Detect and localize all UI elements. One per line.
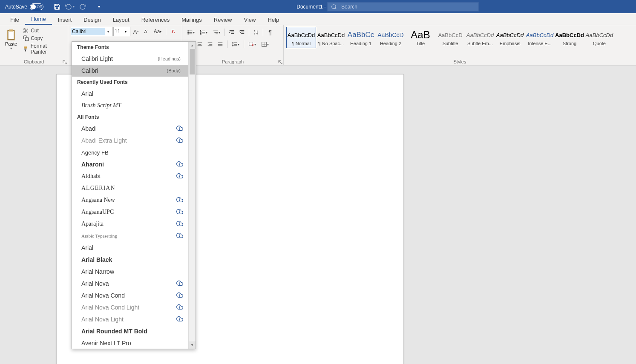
scroll-up-icon[interactable]: ▴ bbox=[189, 42, 196, 49]
font-item[interactable]: Abadi bbox=[72, 123, 188, 135]
style-item[interactable]: AaBbCcDd¶ Normal bbox=[286, 27, 316, 48]
font-item[interactable]: Arial Nova Cond Light bbox=[72, 301, 188, 313]
tab-help[interactable]: Help bbox=[262, 15, 285, 25]
font-item[interactable]: Agency FB bbox=[72, 146, 188, 158]
cloud-download-icon[interactable] bbox=[176, 137, 183, 145]
cloud-download-icon[interactable] bbox=[176, 292, 183, 300]
style-item[interactable]: AaBbCcDdStrong bbox=[555, 27, 584, 48]
numbering-icon[interactable]: 123▾ bbox=[198, 28, 210, 37]
tab-insert[interactable]: Insert bbox=[52, 15, 78, 25]
cloud-download-icon[interactable] bbox=[176, 304, 183, 312]
font-size-input[interactable] bbox=[114, 29, 125, 34]
font-item[interactable]: Angsana New bbox=[72, 194, 188, 206]
font-item[interactable]: Abadi Extra Light bbox=[72, 135, 188, 146]
style-item[interactable]: AaBbCcHeading 1 bbox=[346, 27, 376, 48]
paragraph-launcher-icon[interactable] bbox=[278, 60, 282, 64]
borders-icon[interactable]: ▾ bbox=[259, 40, 271, 49]
cloud-download-icon[interactable] bbox=[176, 125, 183, 133]
style-item[interactable]: AaBbCcDdSubtle Em... bbox=[465, 27, 495, 48]
font-item[interactable]: Aldhabi bbox=[72, 170, 188, 182]
style-item[interactable]: AaBbCcDdQuote bbox=[584, 27, 614, 48]
styles-gallery[interactable]: AaBbCcDd¶ NormalAaBbCcDd¶ No Spac...AaBb… bbox=[286, 27, 614, 48]
shrink-font-icon[interactable]: Aˇ bbox=[141, 27, 151, 36]
font-name-input[interactable] bbox=[71, 28, 105, 35]
change-case-icon[interactable]: Aa▾ bbox=[152, 27, 164, 36]
font-item[interactable]: Arial Nova bbox=[72, 278, 188, 289]
style-item[interactable]: AaBbCcDd¶ No Spac... bbox=[316, 27, 346, 48]
font-item[interactable]: Arial Black bbox=[72, 254, 188, 266]
tab-home[interactable]: Home bbox=[25, 14, 52, 25]
cloud-download-icon[interactable] bbox=[176, 232, 183, 240]
tab-file[interactable]: File bbox=[4, 15, 25, 25]
grow-font-icon[interactable]: A^ bbox=[131, 27, 141, 36]
font-item[interactable]: Arial Nova Cond bbox=[72, 289, 188, 301]
tab-design[interactable]: Design bbox=[78, 15, 106, 25]
shading-icon[interactable]: ▾ bbox=[246, 40, 258, 49]
font-item[interactable]: Aparajita bbox=[72, 218, 188, 230]
undo-icon[interactable]: ▾ bbox=[64, 1, 76, 13]
save-icon[interactable] bbox=[51, 1, 63, 13]
font-item[interactable]: Calibri(Body) bbox=[72, 65, 188, 77]
cloud-download-icon[interactable] bbox=[176, 220, 183, 228]
font-item[interactable]: ALGERIAN bbox=[72, 182, 188, 194]
cloud-download-icon[interactable] bbox=[176, 208, 183, 216]
tab-view[interactable]: View bbox=[238, 15, 262, 25]
qat-customize-icon[interactable]: ▾ bbox=[93, 1, 105, 13]
font-item[interactable]: Arial bbox=[72, 88, 188, 100]
font-list[interactable]: Theme FontsCalibri Light(Headings)Calibr… bbox=[72, 42, 188, 349]
align-right-icon[interactable] bbox=[205, 40, 215, 49]
clipboard-launcher-icon[interactable] bbox=[63, 60, 67, 64]
font-item[interactable]: AngsanaUPC bbox=[72, 206, 188, 218]
justify-icon[interactable] bbox=[216, 40, 225, 49]
chevron-down-icon[interactable]: ▾ bbox=[105, 30, 111, 34]
tab-references[interactable]: References bbox=[135, 15, 176, 25]
toggle-switch[interactable]: Off bbox=[30, 3, 43, 10]
copy-button[interactable]: Copy bbox=[21, 34, 65, 42]
font-item[interactable]: Arial Rounded MT Bold bbox=[72, 325, 188, 337]
sort-icon[interactable]: AZ bbox=[251, 28, 261, 37]
style-item[interactable]: AaBbCcDHeading 2 bbox=[376, 27, 406, 48]
font-item[interactable]: Arial bbox=[72, 242, 188, 254]
style-item[interactable]: AaBbCcDdEmphasis bbox=[495, 27, 525, 48]
font-scrollbar[interactable]: ▴ ▾ bbox=[188, 42, 196, 349]
cloud-download-icon[interactable] bbox=[176, 161, 183, 169]
decrease-indent-icon[interactable] bbox=[227, 28, 236, 37]
cut-button[interactable]: Cut bbox=[21, 27, 65, 34]
redo-icon[interactable] bbox=[77, 1, 89, 13]
style-item[interactable]: AaBTitle bbox=[406, 27, 435, 48]
tab-review[interactable]: Review bbox=[208, 15, 238, 25]
tab-layout[interactable]: Layout bbox=[107, 15, 135, 25]
font-item[interactable]: Arial Nova Light bbox=[72, 313, 188, 325]
scroll-down-icon[interactable]: ▾ bbox=[189, 341, 196, 349]
cloud-download-icon[interactable] bbox=[176, 280, 183, 288]
increase-indent-icon[interactable] bbox=[237, 28, 247, 37]
scroll-thumb[interactable] bbox=[190, 49, 195, 75]
search-box[interactable] bbox=[327, 2, 479, 11]
cloud-download-icon[interactable] bbox=[176, 172, 183, 181]
search-input[interactable] bbox=[341, 4, 469, 10]
font-item[interactable]: Avenir Next LT Pro bbox=[72, 337, 188, 349]
format-painter-button[interactable]: Format Painter bbox=[21, 42, 65, 56]
scroll-track[interactable] bbox=[189, 49, 196, 341]
font-item[interactable]: Arial Narrow bbox=[72, 266, 188, 278]
style-item[interactable]: AaBbCcDdIntense E... bbox=[525, 27, 555, 48]
font-name-combo[interactable]: ▾ bbox=[71, 27, 112, 36]
font-size-combo[interactable]: ▾ bbox=[113, 27, 130, 36]
paste-button[interactable]: Paste ▾ bbox=[3, 27, 20, 51]
multilevel-list-icon[interactable]: ▾ bbox=[210, 28, 222, 37]
line-spacing-icon[interactable]: ▾ bbox=[230, 40, 242, 49]
tab-mailings[interactable]: Mailings bbox=[176, 15, 208, 25]
cloud-download-icon[interactable] bbox=[176, 196, 183, 204]
font-item[interactable]: Calibri Light(Headings) bbox=[72, 53, 188, 65]
show-hide-icon[interactable]: ¶ bbox=[265, 28, 275, 37]
bullets-icon[interactable]: ▾ bbox=[185, 28, 197, 37]
cloud-download-icon[interactable] bbox=[176, 315, 183, 324]
font-item[interactable]: Aharoni bbox=[72, 158, 188, 170]
font-item[interactable]: Arabic Typesetting bbox=[72, 230, 188, 242]
chevron-down-icon[interactable]: ▾ bbox=[125, 30, 127, 34]
font-item[interactable]: Brush Script MT bbox=[72, 100, 188, 112]
clear-formatting-icon[interactable] bbox=[168, 27, 178, 36]
style-item[interactable]: AaBbCcDSubtitle bbox=[435, 27, 465, 48]
align-center-icon[interactable] bbox=[195, 40, 204, 49]
autosave-toggle[interactable]: AutoSave Off bbox=[5, 3, 43, 10]
